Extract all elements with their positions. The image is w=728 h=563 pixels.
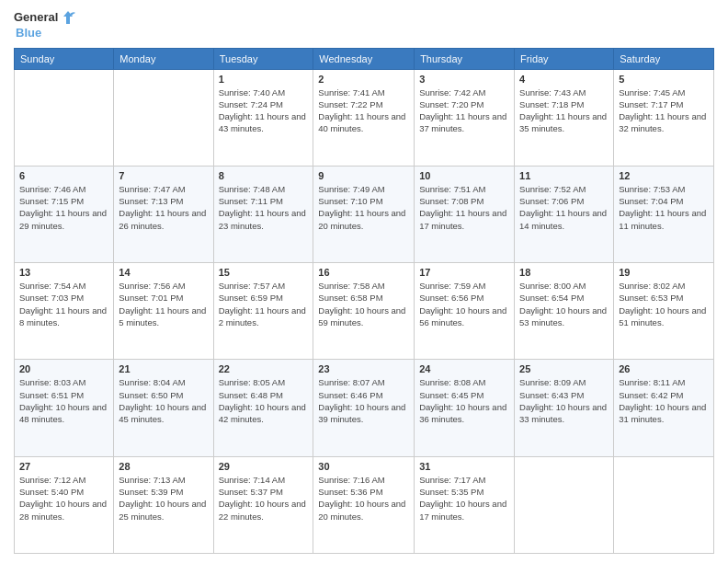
day-number: 20 bbox=[19, 363, 108, 374]
day-info: Sunrise: 7:59 AMSunset: 6:56 PMDaylight:… bbox=[419, 280, 509, 328]
day-info: Sunrise: 7:17 AMSunset: 5:35 PMDaylight:… bbox=[419, 474, 509, 523]
calendar-cell: 12Sunrise: 7:53 AMSunset: 7:04 PMDayligh… bbox=[614, 166, 714, 262]
weekday-header-wednesday: Wednesday bbox=[313, 48, 415, 69]
day-number: 18 bbox=[519, 267, 609, 278]
logo-text-general: General bbox=[14, 10, 58, 25]
day-number: 22 bbox=[219, 363, 309, 374]
day-number: 7 bbox=[119, 170, 208, 181]
day-info: Sunrise: 7:54 AMSunset: 7:03 PMDaylight:… bbox=[19, 280, 108, 328]
week-row-5: 27Sunrise: 7:12 AMSunset: 5:40 PMDayligh… bbox=[15, 456, 714, 553]
day-info: Sunrise: 7:43 AMSunset: 7:18 PMDaylight:… bbox=[519, 86, 609, 135]
day-number: 13 bbox=[19, 267, 108, 278]
calendar-cell: 11Sunrise: 7:52 AMSunset: 7:06 PMDayligh… bbox=[515, 166, 614, 262]
logo-container: General Blue bbox=[14, 9, 76, 40]
day-info: Sunrise: 7:41 AMSunset: 7:22 PMDaylight:… bbox=[318, 86, 409, 135]
day-info: Sunrise: 7:45 AMSunset: 7:17 PMDaylight:… bbox=[619, 86, 709, 135]
calendar-cell: 30Sunrise: 7:16 AMSunset: 5:36 PMDayligh… bbox=[313, 456, 415, 553]
day-number: 16 bbox=[318, 267, 409, 278]
day-info: Sunrise: 7:48 AMSunset: 7:11 PMDaylight:… bbox=[219, 183, 309, 232]
calendar-cell: 7Sunrise: 7:47 AMSunset: 7:13 PMDaylight… bbox=[114, 166, 213, 262]
day-number: 17 bbox=[419, 267, 509, 278]
day-number: 6 bbox=[19, 170, 108, 181]
day-number: 3 bbox=[419, 74, 509, 85]
weekday-header-tuesday: Tuesday bbox=[213, 48, 313, 69]
calendar-cell: 4Sunrise: 7:43 AMSunset: 7:18 PMDaylight… bbox=[515, 69, 614, 166]
calendar-cell: 27Sunrise: 7:12 AMSunset: 5:40 PMDayligh… bbox=[15, 456, 114, 553]
calendar-cell: 28Sunrise: 7:13 AMSunset: 5:39 PMDayligh… bbox=[114, 456, 213, 553]
calendar-cell: 31Sunrise: 7:17 AMSunset: 5:35 PMDayligh… bbox=[415, 456, 515, 553]
calendar-cell: 22Sunrise: 8:05 AMSunset: 6:48 PMDayligh… bbox=[213, 360, 313, 456]
week-row-2: 6Sunrise: 7:46 AMSunset: 7:15 PMDaylight… bbox=[15, 166, 714, 262]
day-info: Sunrise: 7:16 AMSunset: 5:36 PMDaylight:… bbox=[318, 474, 409, 523]
calendar-cell bbox=[515, 456, 614, 553]
day-info: Sunrise: 8:05 AMSunset: 6:48 PMDaylight:… bbox=[219, 376, 309, 425]
calendar-cell: 14Sunrise: 7:56 AMSunset: 7:01 PMDayligh… bbox=[114, 263, 213, 360]
day-number: 11 bbox=[519, 170, 609, 181]
calendar-cell: 19Sunrise: 8:02 AMSunset: 6:53 PMDayligh… bbox=[614, 263, 714, 360]
weekday-header-thursday: Thursday bbox=[415, 48, 515, 69]
day-info: Sunrise: 7:12 AMSunset: 5:40 PMDaylight:… bbox=[19, 474, 108, 523]
calendar-cell: 29Sunrise: 7:14 AMSunset: 5:37 PMDayligh… bbox=[213, 456, 313, 553]
week-row-1: 1Sunrise: 7:40 AMSunset: 7:24 PMDaylight… bbox=[15, 69, 714, 166]
day-info: Sunrise: 7:40 AMSunset: 7:24 PMDaylight:… bbox=[219, 86, 309, 135]
day-number: 1 bbox=[219, 74, 309, 85]
calendar-cell: 23Sunrise: 8:07 AMSunset: 6:46 PMDayligh… bbox=[313, 360, 415, 456]
day-info: Sunrise: 8:07 AMSunset: 6:46 PMDaylight:… bbox=[318, 376, 409, 425]
calendar-cell: 8Sunrise: 7:48 AMSunset: 7:11 PMDaylight… bbox=[213, 166, 313, 262]
calendar-cell: 13Sunrise: 7:54 AMSunset: 7:03 PMDayligh… bbox=[15, 263, 114, 360]
day-number: 27 bbox=[19, 461, 108, 472]
logo-bird-icon bbox=[60, 9, 76, 26]
day-info: Sunrise: 7:51 AMSunset: 7:08 PMDaylight:… bbox=[419, 183, 509, 232]
weekday-header-saturday: Saturday bbox=[614, 48, 714, 69]
day-number: 24 bbox=[419, 363, 509, 374]
day-number: 21 bbox=[119, 363, 208, 374]
day-info: Sunrise: 7:56 AMSunset: 7:01 PMDaylight:… bbox=[119, 280, 208, 328]
day-number: 10 bbox=[419, 170, 509, 181]
calendar-cell: 5Sunrise: 7:45 AMSunset: 7:17 PMDaylight… bbox=[614, 69, 714, 166]
calendar-cell: 25Sunrise: 8:09 AMSunset: 6:43 PMDayligh… bbox=[515, 360, 614, 456]
calendar-cell: 2Sunrise: 7:41 AMSunset: 7:22 PMDaylight… bbox=[313, 69, 415, 166]
day-info: Sunrise: 8:00 AMSunset: 6:54 PMDaylight:… bbox=[519, 280, 609, 328]
week-row-4: 20Sunrise: 8:03 AMSunset: 6:51 PMDayligh… bbox=[15, 360, 714, 456]
calendar-table: SundayMondayTuesdayWednesdayThursdayFrid… bbox=[14, 48, 714, 554]
day-number: 25 bbox=[519, 363, 609, 374]
weekday-header-sunday: Sunday bbox=[15, 48, 114, 69]
calendar-cell bbox=[614, 456, 714, 553]
calendar-cell: 17Sunrise: 7:59 AMSunset: 6:56 PMDayligh… bbox=[415, 263, 515, 360]
day-info: Sunrise: 7:53 AMSunset: 7:04 PMDaylight:… bbox=[619, 183, 709, 232]
calendar-cell: 6Sunrise: 7:46 AMSunset: 7:15 PMDaylight… bbox=[15, 166, 114, 262]
calendar-cell: 3Sunrise: 7:42 AMSunset: 7:20 PMDaylight… bbox=[415, 69, 515, 166]
day-info: Sunrise: 7:46 AMSunset: 7:15 PMDaylight:… bbox=[19, 183, 108, 232]
day-number: 23 bbox=[318, 363, 409, 374]
calendar-cell: 16Sunrise: 7:58 AMSunset: 6:58 PMDayligh… bbox=[313, 263, 415, 360]
logo: General Blue bbox=[14, 9, 76, 40]
day-number: 4 bbox=[519, 74, 609, 85]
day-info: Sunrise: 7:13 AMSunset: 5:39 PMDaylight:… bbox=[119, 474, 208, 523]
calendar-cell: 15Sunrise: 7:57 AMSunset: 6:59 PMDayligh… bbox=[213, 263, 313, 360]
day-info: Sunrise: 7:47 AMSunset: 7:13 PMDaylight:… bbox=[119, 183, 208, 232]
day-info: Sunrise: 7:58 AMSunset: 6:58 PMDaylight:… bbox=[318, 280, 409, 328]
weekday-header-row: SundayMondayTuesdayWednesdayThursdayFrid… bbox=[15, 48, 714, 69]
header: General Blue bbox=[14, 9, 714, 40]
day-info: Sunrise: 7:42 AMSunset: 7:20 PMDaylight:… bbox=[419, 86, 509, 135]
calendar-page: General Blue SundayMondayTuesdayWednesda… bbox=[0, 0, 728, 563]
day-number: 5 bbox=[619, 74, 709, 85]
day-info: Sunrise: 7:49 AMSunset: 7:10 PMDaylight:… bbox=[318, 183, 409, 232]
day-number: 28 bbox=[119, 461, 208, 472]
week-row-3: 13Sunrise: 7:54 AMSunset: 7:03 PMDayligh… bbox=[15, 263, 714, 360]
day-info: Sunrise: 8:02 AMSunset: 6:53 PMDaylight:… bbox=[619, 280, 709, 328]
day-number: 14 bbox=[119, 267, 208, 278]
weekday-header-friday: Friday bbox=[515, 48, 614, 69]
day-info: Sunrise: 8:11 AMSunset: 6:42 PMDaylight:… bbox=[619, 376, 709, 425]
logo-text-blue: Blue bbox=[16, 26, 41, 40]
day-number: 26 bbox=[619, 363, 709, 374]
calendar-cell: 18Sunrise: 8:00 AMSunset: 6:54 PMDayligh… bbox=[515, 263, 614, 360]
day-number: 12 bbox=[619, 170, 709, 181]
calendar-cell: 1Sunrise: 7:40 AMSunset: 7:24 PMDaylight… bbox=[213, 69, 313, 166]
day-number: 9 bbox=[318, 170, 409, 181]
calendar-cell: 9Sunrise: 7:49 AMSunset: 7:10 PMDaylight… bbox=[313, 166, 415, 262]
day-number: 29 bbox=[219, 461, 309, 472]
day-number: 15 bbox=[219, 267, 309, 278]
calendar-cell: 24Sunrise: 8:08 AMSunset: 6:45 PMDayligh… bbox=[415, 360, 515, 456]
day-number: 30 bbox=[318, 461, 409, 472]
